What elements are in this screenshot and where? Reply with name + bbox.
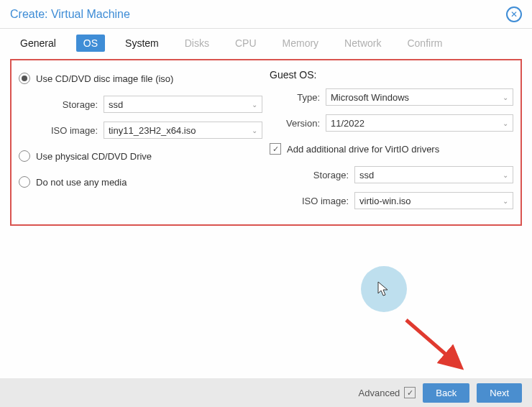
media-storage-row: Storage: ssd ⌄ [19,95,262,114]
media-storage-select[interactable]: ssd ⌄ [104,96,262,113]
media-column: Use CD/DVD disc image file (iso) Storage… [19,69,262,210]
media-storage-value: ssd [109,99,123,110]
close-icon[interactable]: ✕ [506,6,522,22]
radio-use-physical[interactable]: Use physical CD/DVD Drive [19,147,262,165]
guest-version-row: Version: 11/2022 ⌄ [270,114,513,132]
guest-type-label: Type: [270,92,320,103]
radio-no-media[interactable]: Do not use any media [19,173,262,191]
checkbox-icon: ✓ [270,143,281,155]
wizard-footer: Advanced ✓ Back Next [0,378,532,407]
checkbox-icon: ✓ [404,387,416,398]
virtio-iso-row: ISO image: virtio-win.iso ⌄ [270,191,513,210]
mouse-cursor-icon [377,280,391,301]
virtio-checkbox-row[interactable]: ✓ Add additional drive for VirtIO driver… [270,140,513,158]
tab-general[interactable]: General [14,35,62,52]
tab-system[interactable]: System [119,35,165,52]
chevron-down-icon: ⌄ [503,93,508,101]
virtio-iso-select[interactable]: virtio-win.iso ⌄ [354,192,513,209]
annotation-arrow-icon [403,316,467,374]
virtio-storage-label: Storage: [270,170,349,180]
tab-strip: General OS System Disks CPU Memory Netwo… [0,29,532,59]
next-button[interactable]: Next [477,383,522,403]
radio-label: Use physical CD/DVD Drive [36,151,152,162]
window-title: Create: Virtual Machine [10,8,506,21]
media-iso-value: tiny11_23H2_x64.iso [109,125,196,136]
advanced-label: Advanced [359,388,400,398]
radio-icon [19,150,30,162]
guest-type-row: Type: Microsoft Windows ⌄ [270,88,513,106]
tab-confirm: Confirm [401,35,448,52]
chevron-down-icon: ⌄ [252,101,257,109]
media-iso-label: ISO image: [19,125,98,136]
media-storage-label: Storage: [19,99,98,110]
radio-use-iso[interactable]: Use CD/DVD disc image file (iso) [19,69,262,88]
advanced-toggle[interactable]: Advanced ✓ [359,387,416,398]
guest-os-heading: Guest OS: [270,69,513,81]
back-button[interactable]: Back [423,383,469,403]
chevron-down-icon: ⌄ [503,119,508,127]
radio-label: Use CD/DVD disc image file (iso) [36,73,173,84]
radio-label: Do not use any media [36,177,127,188]
virtio-storage-select[interactable]: ssd ⌄ [354,166,513,183]
tab-disks: Disks [179,35,215,52]
media-iso-select[interactable]: tiny11_23H2_x64.iso ⌄ [104,122,262,139]
virtio-storage-value: ssd [359,170,374,180]
guest-version-value: 11/2022 [331,118,364,129]
guest-os-column: Guest OS: Type: Microsoft Windows ⌄ Vers… [270,69,513,210]
tab-network: Network [339,35,387,52]
tab-os[interactable]: OS [76,35,105,52]
radio-icon [19,73,30,84]
virtio-iso-label: ISO image: [270,196,349,206]
guest-version-label: Version: [270,118,320,129]
virtio-checkbox-label: Add additional drive for VirtIO drivers [287,144,439,155]
guest-version-select[interactable]: 11/2022 ⌄ [326,114,513,132]
tab-cpu: CPU [229,35,262,52]
chevron-down-icon: ⌄ [503,197,508,205]
create-vm-window: Create: Virtual Machine ✕ General OS Sys… [0,0,532,407]
virtio-storage-row: Storage: ssd ⌄ [270,165,513,184]
radio-icon [19,176,30,188]
chevron-down-icon: ⌄ [503,171,508,179]
virtio-iso-value: virtio-win.iso [359,196,411,206]
guest-type-value: Microsoft Windows [331,92,409,103]
os-panel: Use CD/DVD disc image file (iso) Storage… [10,59,522,226]
tab-memory: Memory [277,35,325,52]
titlebar: Create: Virtual Machine ✕ [0,0,532,29]
guest-type-select[interactable]: Microsoft Windows ⌄ [326,88,513,106]
svg-line-0 [406,320,460,367]
chevron-down-icon: ⌄ [252,127,257,134]
media-iso-row: ISO image: tiny11_23H2_x64.iso ⌄ [19,121,262,140]
